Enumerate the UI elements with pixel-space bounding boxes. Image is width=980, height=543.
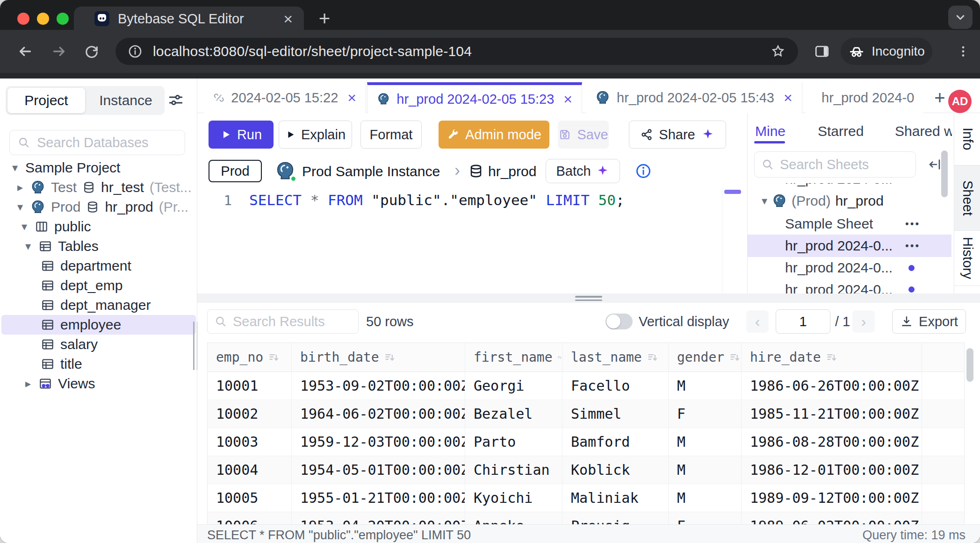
database-name[interactable]: hr_prod (488, 164, 536, 179)
tree-item-table-employee-selected[interactable]: employee (1, 315, 196, 335)
tree-item-hr-prod[interactable]: ▾ Prod hr_prod (Pr... (0, 197, 197, 217)
site-info-icon[interactable] (128, 44, 143, 59)
minimize-window-button[interactable] (37, 13, 49, 25)
close-icon[interactable]: × (347, 89, 356, 107)
close-icon[interactable]: × (784, 89, 793, 107)
tab-mine[interactable]: Mine (755, 123, 785, 139)
back-button[interactable] (15, 41, 36, 62)
editor-tab-active[interactable]: hr_prod 2024-02-05 15:23 × (367, 82, 582, 113)
editor-scrollbar-track[interactable] (722, 187, 722, 293)
sheet-list-scrollbar[interactable] (941, 150, 948, 197)
user-avatar[interactable]: AD (948, 90, 972, 113)
column-header-emp-no[interactable]: emp_no (208, 343, 292, 372)
search-results-input[interactable]: Search Results (207, 309, 359, 334)
export-button[interactable]: Export (892, 309, 966, 334)
editor-tab-unsaved[interactable]: 2024-02-05 15:22 × (204, 82, 366, 113)
sheet-group-prod-hr-prod[interactable]: ▾ (Prod) hr_prod (748, 189, 951, 213)
sheet-item-selected[interactable]: hr_prod 2024-0... ••• (748, 235, 951, 257)
table-row[interactable]: 10003 1959-12-03T00:00:00Z Parto Bamford… (208, 428, 964, 456)
save-button-disabled[interactable]: Save (558, 121, 609, 149)
column-header-birth-date[interactable]: birth_date (292, 343, 465, 372)
sheet-menu-icon[interactable]: ••• (905, 240, 920, 252)
reload-button[interactable] (81, 41, 102, 62)
tab-instance[interactable]: Instance (87, 86, 165, 115)
connection-info-button[interactable] (635, 163, 652, 179)
tree-item-table-dept-emp[interactable]: dept_emp (0, 276, 197, 295)
close-tab-icon[interactable]: × (283, 11, 293, 27)
tree-item-table-department[interactable]: department (0, 256, 197, 276)
tab-starred[interactable]: Starred (818, 123, 864, 139)
table-scrollbar[interactable] (966, 348, 973, 382)
tab-project[interactable]: Project (7, 88, 85, 113)
next-page-button[interactable]: › (852, 310, 875, 333)
sheet-item-sample-sheet[interactable]: Sample Sheet ••• (748, 213, 951, 235)
sort-icon[interactable] (647, 351, 659, 364)
tree-item-table-dept-manager[interactable]: dept_manager (0, 295, 197, 315)
caret-down-icon[interactable]: ▾ (20, 220, 29, 233)
table-row[interactable]: 10001 1953-09-02T00:00:00Z Georgi Facell… (208, 372, 964, 400)
tab-history[interactable]: History (954, 231, 980, 286)
run-button[interactable]: Run (209, 121, 274, 149)
sheet-item-partial-bottom[interactable]: hr_prod 2024-0... (748, 279, 951, 293)
tab-shared-with-me[interactable]: Shared w (895, 123, 952, 139)
tab-sheet-active[interactable]: Sheet (954, 165, 980, 231)
page-number-input[interactable] (776, 309, 830, 334)
tree-item-hr-test[interactable]: ▸ Test hr_test (Test... (0, 178, 197, 197)
tree-item-sample-project[interactable]: ▾ Sample Project (0, 158, 197, 178)
tree-item-table-salary[interactable]: salary (0, 335, 197, 354)
add-sheet-button[interactable]: + (930, 86, 950, 109)
address-bar[interactable]: localhost:8080/sql-editor/sheet/project-… (115, 38, 798, 65)
explain-button[interactable]: Explain (279, 121, 352, 149)
caret-down-icon[interactable]: ▾ (15, 200, 25, 214)
admin-mode-button[interactable]: Admin mode (439, 121, 549, 149)
panel-resize-divider[interactable] (197, 293, 980, 303)
format-button[interactable]: Format (360, 121, 422, 149)
sidebar-filter-button[interactable] (167, 92, 184, 108)
column-header-last-name[interactable]: last_name (562, 343, 669, 372)
caret-down-icon[interactable]: ▾ (762, 194, 767, 207)
table-row[interactable]: 10004 1954-05-01T00:00:00Z Chirstian Kob… (208, 456, 964, 484)
batch-button[interactable]: Batch (546, 159, 620, 183)
prev-page-button[interactable]: ‹ (746, 310, 769, 333)
column-header-hire-date[interactable]: hire_date (742, 343, 922, 372)
search-sheets-input[interactable]: Search Sheets (754, 151, 916, 178)
drag-handle-icon[interactable] (575, 296, 602, 303)
tree-item-table-title[interactable]: title (0, 354, 197, 374)
sheet-item-partial-top[interactable]: hr_prod 2024-0... (748, 183, 951, 189)
search-databases-input[interactable]: Search Databases (9, 130, 185, 155)
sheet-menu-icon[interactable]: ••• (905, 218, 920, 230)
caret-down-icon[interactable]: ▾ (10, 161, 20, 174)
editor-tab-4-truncated[interactable]: hr_prod 2024-0 (806, 82, 923, 113)
sql-code-editor[interactable]: 1 SELECT * FROM "public"."employee" LIMI… (197, 187, 747, 293)
forward-button[interactable] (49, 41, 69, 62)
table-row[interactable]: 10005 1955-01-21T00:00:00Z Kyoichi Malin… (208, 484, 964, 512)
browser-menu-button[interactable] (953, 41, 973, 62)
browser-tab[interactable]: Bytebase SQL Editor × (74, 7, 304, 31)
zoom-window-button[interactable] (57, 13, 69, 25)
close-window-button[interactable] (17, 13, 29, 25)
tab-search-button[interactable] (948, 6, 973, 29)
sheet-item-unsaved[interactable]: hr_prod 2024-0... (748, 279, 951, 293)
new-tab-button[interactable]: + (312, 7, 337, 31)
table-row-partial[interactable]: 10006 1953-04-20T00:00:00Z Anneke Preusi… (208, 512, 964, 524)
sort-icon[interactable] (384, 351, 396, 364)
caret-down-icon[interactable]: ▾ (23, 240, 33, 253)
caret-right-icon[interactable]: ▸ (23, 377, 33, 390)
bookmark-star-icon[interactable] (770, 43, 786, 59)
tree-item-tables-group[interactable]: ▾ Tables (0, 236, 197, 256)
share-button[interactable]: Share (629, 121, 726, 149)
editor-tab-3[interactable]: hr_prod 2024-02-05 15:43 × (586, 82, 802, 113)
tab-info[interactable]: Info (954, 113, 980, 165)
sort-icon[interactable] (268, 351, 280, 364)
ai-sparkle-icon[interactable] (701, 128, 715, 142)
close-icon[interactable]: × (563, 91, 572, 108)
sort-icon[interactable] (557, 351, 562, 364)
instance-name[interactable]: Prod Sample Instance (302, 164, 440, 179)
tree-item-views-group[interactable]: ▸ Views (0, 374, 197, 393)
collapse-panel-button[interactable] (927, 157, 942, 172)
tree-item-schema-public[interactable]: ▾ public (0, 217, 197, 236)
side-panel-button[interactable] (812, 41, 832, 62)
column-header-gender[interactable]: gender (669, 343, 742, 372)
sheet-item-unsaved[interactable]: hr_prod 2024-0... (748, 257, 951, 279)
vertical-display-toggle[interactable] (605, 314, 633, 329)
